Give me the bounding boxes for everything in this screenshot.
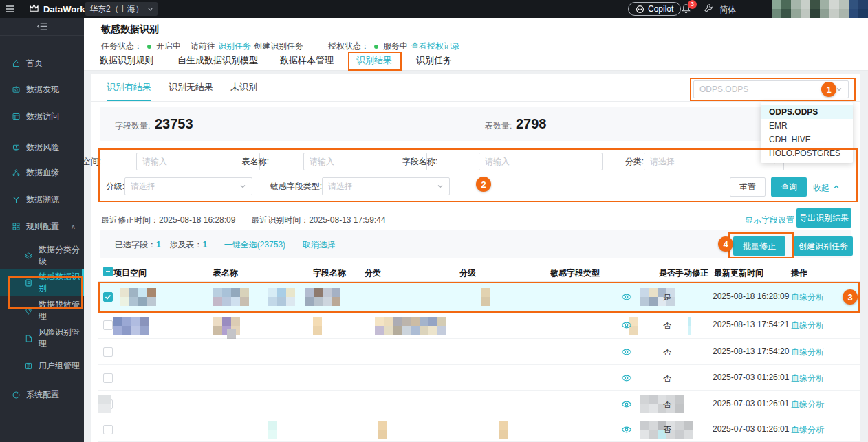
select-all-checkbox[interactable] xyxy=(103,267,113,276)
redacted-mosaic xyxy=(499,421,508,439)
selected-fields-label: 已选字段： xyxy=(115,240,156,250)
updated-time-value: 2025-08-13 17:54:20 xyxy=(713,346,789,356)
redacted-mosaic xyxy=(120,288,156,306)
task-status-value: 开启中 xyxy=(156,41,181,52)
view-details-eye-icon[interactable] xyxy=(621,399,632,412)
subtab-1[interactable]: 识别有结果 xyxy=(107,81,151,101)
datasource-option-HOLO.POSTGRES[interactable]: HOLO.POSTGRES xyxy=(761,146,853,160)
reset-button[interactable]: 重置 xyxy=(730,177,766,197)
tab-2[interactable]: 自生成数据识别模型 xyxy=(177,54,258,67)
redacted-mosaic xyxy=(688,317,691,335)
sidebar-item-user-group[interactable]: 用户组管理 xyxy=(0,353,84,379)
manual-corrected-value: 否 xyxy=(663,346,671,358)
subtab-2[interactable]: 识别无结果 xyxy=(169,81,213,100)
auth-records-link[interactable]: 查看授权记录 xyxy=(411,41,460,52)
region-selector[interactable]: 华东2（上海） xyxy=(85,2,158,16)
datasource-option-CDH_HIVE[interactable]: CDH_HIVE xyxy=(761,133,853,146)
datasource-dropdown: ODPS.ODPSEMRCDH_HIVEHOLO.POSTGRES xyxy=(761,102,853,163)
sidebar-item-rule-config[interactable]: 规则配置∧ xyxy=(0,213,84,239)
chevron-down-icon xyxy=(239,183,246,190)
fields-count-value: 23753 xyxy=(155,116,193,132)
sidebar-item-data-masking[interactable]: 数据脱敏管理 xyxy=(0,298,84,324)
subtab-3[interactable]: 未识别 xyxy=(230,81,257,100)
select-all-link[interactable]: 一键全选(23753) xyxy=(224,240,285,250)
involved-tables-value: 1 xyxy=(202,240,207,250)
lineage-analysis-link[interactable]: 血缘分析 xyxy=(791,399,824,410)
sidebar-item-data-trace[interactable]: 数据溯源 xyxy=(0,186,84,212)
tools-icon[interactable] xyxy=(704,3,713,15)
tab-3[interactable]: 数据样本管理 xyxy=(280,54,334,67)
copilot-icon xyxy=(636,5,644,14)
sidebar-item-data-access[interactable]: 数据访问 xyxy=(0,103,84,129)
sidebar-item-data-risk[interactable]: 数据风险 xyxy=(0,134,84,160)
filter-label-r1-4: 分类: xyxy=(568,153,644,170)
data-risk-icon xyxy=(12,143,21,152)
placeholder: 请输入 xyxy=(485,156,510,168)
lineage-analysis-link[interactable]: 血缘分析 xyxy=(791,291,824,303)
tab-5[interactable]: 识别任务 xyxy=(416,54,452,67)
language-switch[interactable]: 简体 xyxy=(719,4,736,16)
view-details-eye-icon[interactable] xyxy=(621,373,632,386)
view-details-eye-icon[interactable] xyxy=(621,291,632,305)
redacted-mosaic xyxy=(375,317,446,335)
datasource-select[interactable]: ODPS.ODPS xyxy=(693,80,849,98)
query-button[interactable]: 查询 xyxy=(771,177,807,197)
lineage-analysis-link[interactable]: 血缘分析 xyxy=(791,320,824,331)
column-header-9: 操作 xyxy=(791,267,807,279)
brand[interactable]: DataWorks xyxy=(29,3,90,15)
export-results-button[interactable]: 导出识别结果 xyxy=(796,208,851,228)
auth-status-dot xyxy=(374,45,378,49)
table-row: 否2025-08-13 17:54:20血缘分析 xyxy=(98,339,860,365)
user-avatar[interactable] xyxy=(772,0,868,18)
filter-select-r2-2[interactable]: 请选择 xyxy=(322,177,450,195)
view-details-eye-icon[interactable] xyxy=(621,320,632,333)
sidebar-item-data-discovery[interactable]: 数据发现 xyxy=(0,76,84,102)
lineage-analysis-link[interactable]: 血缘分析 xyxy=(791,373,824,384)
view-details-eye-icon[interactable] xyxy=(621,424,632,437)
table-row: 否2025-07-03 01:26:01血缘分析 xyxy=(98,391,860,417)
table-row: 是2025-08-18 16:28:09血缘分析 xyxy=(98,282,860,312)
tab-4[interactable]: 识别结果 xyxy=(356,54,392,67)
sidebar-item-home[interactable]: 首页 xyxy=(0,50,84,76)
sidebar-item-risk-identification[interactable]: 风险识别管理 xyxy=(0,325,84,351)
clear-selection-link[interactable]: 取消选择 xyxy=(303,240,336,250)
sidebar-item-sensitive-data-identification[interactable]: 敏感数据识别 xyxy=(0,269,84,296)
collapse-sidebar-icon[interactable] xyxy=(0,18,84,36)
datasource-option-EMR[interactable]: EMR xyxy=(761,119,853,133)
brand-name: DataWorks xyxy=(43,4,90,14)
redacted-mosaic xyxy=(481,288,490,306)
column-header-7: 是否手动修正 xyxy=(659,267,708,279)
redacted-mosaic xyxy=(378,421,387,439)
hamburger-menu-icon[interactable] xyxy=(6,4,15,16)
identified-time-label: 最近识别时间： xyxy=(251,215,309,225)
identify-task-link[interactable]: 识别任务 xyxy=(218,41,251,52)
sidebar-item-label: 敏感数据识别 xyxy=(39,271,82,294)
row-checkbox[interactable] xyxy=(103,373,113,383)
redacted-mosaic xyxy=(640,395,684,413)
row-checkbox[interactable] xyxy=(103,347,113,357)
column-header-8: 最新更新时间 xyxy=(714,267,763,279)
row-checkbox[interactable] xyxy=(103,425,113,434)
lineage-analysis-link[interactable]: 血缘分析 xyxy=(791,346,824,358)
copilot-button[interactable]: Copilot xyxy=(628,2,681,16)
batch-correct-button[interactable]: 批量修正 xyxy=(733,236,785,256)
sidebar-item-data-lineage[interactable]: 数据血缘 xyxy=(0,159,84,186)
tab-1[interactable]: 数据识别规则 xyxy=(100,54,153,67)
create-task-button[interactable]: 创建识别任务 xyxy=(794,236,853,256)
row-checkbox[interactable] xyxy=(103,292,113,302)
view-details-eye-icon[interactable] xyxy=(621,346,632,360)
sidebar-item-label: 数据访问 xyxy=(26,111,59,122)
collapse-filters-link[interactable]: 收起 xyxy=(813,182,840,194)
table-row: 否2025-07-03 01:26:01血缘分析 xyxy=(98,365,860,391)
sidebar-nav: 首页数据发现数据访问数据风险数据血缘数据溯源规则配置∧数据分类分级敏感数据识别数… xyxy=(0,18,84,442)
sidebar-item-label: 数据血缘 xyxy=(26,167,59,179)
row-checkbox[interactable] xyxy=(103,320,113,330)
sidebar-item-data-classification[interactable]: 数据分类分级 xyxy=(0,243,84,269)
filter-select-r2-1[interactable]: 请选择 xyxy=(124,177,252,195)
tables-count-value: 2798 xyxy=(516,116,547,132)
modified-time-value: 2025-08-18 16:28:09 xyxy=(159,215,235,225)
datasource-option-ODPS.ODPS[interactable]: ODPS.ODPS xyxy=(761,105,853,119)
lineage-analysis-link[interactable]: 血缘分析 xyxy=(791,424,824,436)
updated-time-value: 2025-08-18 16:28:09 xyxy=(713,291,789,301)
sidebar-item-system-config[interactable]: 系统配置 xyxy=(0,382,84,408)
